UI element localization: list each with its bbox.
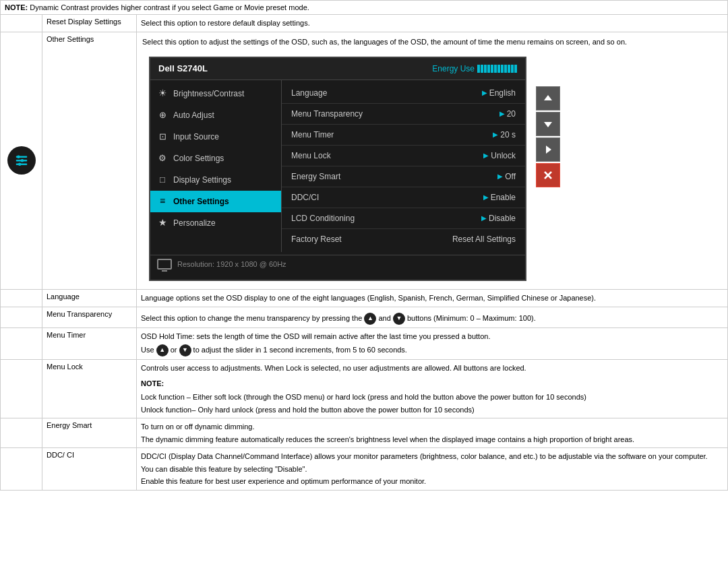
arrow-icon: ▶ bbox=[482, 88, 487, 98]
ddc-ci-desc: DDC/CI (Display Data Channel/Command Int… bbox=[141, 451, 723, 462]
svg-rect-2 bbox=[16, 164, 27, 165]
osd-header: Dell S2740L Energy Use bbox=[150, 58, 525, 80]
menu-item-auto-adjust-label: Auto Adjust bbox=[173, 109, 214, 121]
menu-item-input-source[interactable]: ⊡ Input Source bbox=[150, 126, 281, 148]
menu-item-brightness[interactable]: ☀ Brightness/Contrast bbox=[150, 83, 281, 104]
menu-lock-row-desc: Controls user access to adjustments. Whe… bbox=[137, 360, 728, 418]
menu-item-other-settings-label: Other Settings bbox=[173, 195, 229, 208]
osd-display: Dell S2740L Energy Use bbox=[149, 57, 526, 281]
menu-item-display-settings-label: Display Settings bbox=[173, 174, 231, 186]
setting-language-label: Language bbox=[291, 87, 327, 99]
menu-item-other-settings[interactable]: ≡ Other Settings bbox=[150, 191, 281, 212]
other-settings-desc-cell: Select this option to adjust the setting… bbox=[137, 32, 728, 290]
note-row: NOTE: Dynamic Contrast provides higher c… bbox=[1, 1, 728, 15]
setting-ddc-ci-label: DDC/CI bbox=[291, 191, 319, 204]
energy-smart-row: Energy Smart To turn on or off dynamic d… bbox=[1, 418, 728, 448]
arrow-icon3: ▶ bbox=[493, 129, 498, 139]
menu-transparency-row: Menu Transparency Select this option to … bbox=[1, 307, 728, 327]
menu-item-auto-adjust[interactable]: ⊕ Auto Adjust bbox=[150, 104, 281, 126]
mt-and: and bbox=[379, 314, 391, 322]
menu-item-color-settings[interactable]: ⚙ Color Settings bbox=[150, 148, 281, 169]
setting-lcd-conditioning: LCD Conditioning ▶ Disable bbox=[282, 208, 525, 229]
arrow-icon6: ▶ bbox=[483, 192, 489, 202]
close-icon bbox=[543, 170, 553, 181]
setting-energy-smart-value: ▶ Off bbox=[497, 170, 516, 183]
personalize-icon: ★ bbox=[157, 218, 168, 228]
note-text: Dynamic Contrast provides higher contras… bbox=[28, 3, 309, 11]
other-settings-menu-icon: ≡ bbox=[157, 196, 168, 207]
reset-display-row: Reset Display Settings Select this optio… bbox=[1, 15, 728, 32]
menu-lock-note-line1: Lock function – Either soft lock (throug… bbox=[141, 392, 723, 403]
other-settings-row: Other Settings Select this option to adj… bbox=[1, 32, 728, 290]
setting-menu-lock: Menu Lock ▶ Unlock bbox=[282, 146, 525, 166]
nav-up-button[interactable] bbox=[536, 86, 560, 111]
setting-factory-reset-label: Factory Reset bbox=[291, 233, 342, 245]
osd-brand: Dell S2740L bbox=[158, 62, 208, 75]
mt2-use: Use bbox=[141, 346, 154, 354]
reset-label: Reset Display Settings bbox=[42, 15, 137, 32]
nav-down-button[interactable] bbox=[536, 112, 560, 136]
ddc-ci-desc3: Enable this feature for best user experi… bbox=[141, 476, 723, 487]
energy-bars bbox=[477, 65, 517, 73]
menu-lock-row: Menu Lock Controls user access to adjust… bbox=[1, 360, 728, 418]
menu-timer-desc: OSD Hold Time: sets the length of time t… bbox=[141, 331, 723, 342]
other-settings-icon-cell bbox=[1, 32, 42, 290]
setting-menu-transparency-value: ▶ 20 bbox=[499, 108, 516, 120]
nav-right-button[interactable] bbox=[536, 137, 560, 162]
ddc-ci-row-desc: DDC/CI (Display Data Channel/Command Int… bbox=[137, 448, 728, 491]
svg-point-5 bbox=[18, 163, 21, 166]
setting-language: Language ▶ English bbox=[282, 83, 525, 104]
setting-menu-lock-label: Menu Lock bbox=[291, 150, 331, 162]
setting-language-value: ▶ English bbox=[482, 87, 516, 99]
menu-lock-icon-cell bbox=[1, 360, 42, 418]
setting-menu-timer-label: Menu Timer bbox=[291, 129, 334, 141]
osd-menu: ☀ Brightness/Contrast ⊕ Auto Adjust ⊡ In… bbox=[150, 80, 282, 252]
reset-icon-cell bbox=[1, 15, 42, 32]
menu-item-personalize-label: Personalize bbox=[173, 217, 216, 229]
energy-smart-row-label: Energy Smart bbox=[42, 418, 137, 448]
setting-menu-transparency-label: Menu Transparency bbox=[291, 108, 363, 120]
menu-timer-row-desc: OSD Hold Time: sets the length of time t… bbox=[137, 327, 728, 360]
menu-lock-note-line2: Unlock function– Only hard unlock (press… bbox=[141, 404, 723, 416]
menu-lock-note-label: NOTE: bbox=[141, 379, 164, 387]
note-label: NOTE: bbox=[5, 3, 28, 11]
energy-smart-icon-cell bbox=[1, 418, 42, 448]
setting-menu-lock-value: ▶ Unlock bbox=[483, 150, 516, 162]
menu-item-input-source-label: Input Source bbox=[173, 131, 219, 143]
color-settings-icon: ⚙ bbox=[157, 153, 168, 164]
mt2-or: or bbox=[171, 346, 177, 354]
menu-item-brightness-label: Brightness/Contrast bbox=[173, 88, 244, 100]
arrow-icon7: ▶ bbox=[481, 213, 487, 223]
menu-lock-note: NOTE: bbox=[141, 378, 723, 389]
osd-energy-label: Energy Use bbox=[432, 63, 475, 75]
osd-body: ☀ Brightness/Contrast ⊕ Auto Adjust ⊡ In… bbox=[150, 80, 525, 252]
mt2-desc: to adjust the slider in 1 second increme… bbox=[193, 346, 407, 354]
mt-desc-start: Select this option to change the menu tr… bbox=[141, 314, 362, 322]
menu-item-personalize[interactable]: ★ Personalize bbox=[150, 212, 281, 234]
mt-desc-end: buttons (Minimum: 0 – Maximum: 100). bbox=[407, 314, 536, 322]
reset-desc: Select this option to restore default di… bbox=[137, 15, 728, 32]
menu-transparency-row-desc: Select this option to change the menu tr… bbox=[137, 307, 728, 327]
nav-close-button[interactable] bbox=[536, 163, 560, 187]
energy-smart-desc: To turn on or off dynamic dimming. bbox=[141, 421, 723, 433]
menu-timer-desc2-line: Use ▲ or ▼ to adjust the slider in 1 sec… bbox=[141, 344, 723, 356]
other-settings-desc: Select this option to adjust the setting… bbox=[142, 36, 722, 48]
chevron-up-icon bbox=[543, 93, 553, 104]
svg-point-4 bbox=[20, 159, 24, 162]
menu-transparency-desc-line: Select this option to change the menu tr… bbox=[141, 313, 723, 325]
ddc-ci-row: DDC/ CI DDC/CI (Display Data Channel/Com… bbox=[1, 448, 728, 491]
menu-item-color-settings-label: Color Settings bbox=[173, 152, 224, 164]
svg-marker-6 bbox=[544, 95, 552, 100]
auto-adjust-icon: ⊕ bbox=[157, 110, 168, 121]
menu-lock-desc: Controls user access to adjustments. Whe… bbox=[141, 363, 723, 374]
chevron-down-icon bbox=[543, 119, 553, 129]
setting-energy-smart-label: Energy Smart bbox=[291, 170, 340, 183]
menu-item-display-settings[interactable]: □ Display Settings bbox=[150, 169, 281, 191]
brightness-icon: ☀ bbox=[157, 88, 168, 99]
menu-timer-row: Menu Timer OSD Hold Time: sets the lengt… bbox=[1, 327, 728, 360]
language-row-desc: Language options set the OSD display to … bbox=[137, 290, 728, 307]
setting-factory-reset-value: Reset All Settings bbox=[452, 233, 516, 245]
energy-smart-desc2: The dynamic dimming feature automaticall… bbox=[141, 434, 723, 445]
menu-transparency-icon-cell bbox=[1, 307, 42, 327]
setting-factory-reset: Factory Reset Reset All Settings bbox=[282, 229, 525, 249]
